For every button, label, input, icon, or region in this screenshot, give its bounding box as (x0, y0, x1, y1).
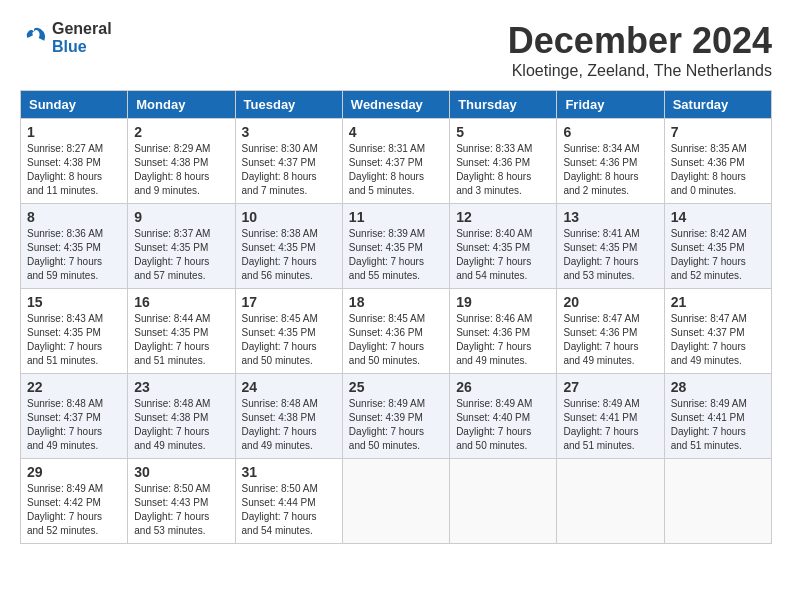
weekday-header: Saturday (664, 91, 771, 119)
calendar-cell: 14Sunrise: 8:42 AMSunset: 4:35 PMDayligh… (664, 204, 771, 289)
day-info: Sunrise: 8:36 AMSunset: 4:35 PMDaylight:… (27, 227, 121, 283)
day-number: 6 (563, 124, 657, 140)
day-number: 31 (242, 464, 336, 480)
logo: General Blue (20, 20, 112, 55)
day-info: Sunrise: 8:49 AMSunset: 4:40 PMDaylight:… (456, 397, 550, 453)
day-info: Sunrise: 8:48 AMSunset: 4:38 PMDaylight:… (134, 397, 228, 453)
day-info: Sunrise: 8:31 AMSunset: 4:37 PMDaylight:… (349, 142, 443, 198)
day-info: Sunrise: 8:46 AMSunset: 4:36 PMDaylight:… (456, 312, 550, 368)
logo-blue: Blue (52, 38, 112, 56)
day-info: Sunrise: 8:44 AMSunset: 4:35 PMDaylight:… (134, 312, 228, 368)
day-number: 25 (349, 379, 443, 395)
day-number: 22 (27, 379, 121, 395)
day-number: 23 (134, 379, 228, 395)
logo-icon (20, 24, 48, 52)
day-number: 28 (671, 379, 765, 395)
day-number: 4 (349, 124, 443, 140)
calendar-table: SundayMondayTuesdayWednesdayThursdayFrid… (20, 90, 772, 544)
calendar-cell: 4Sunrise: 8:31 AMSunset: 4:37 PMDaylight… (342, 119, 449, 204)
calendar-cell: 5Sunrise: 8:33 AMSunset: 4:36 PMDaylight… (450, 119, 557, 204)
day-info: Sunrise: 8:29 AMSunset: 4:38 PMDaylight:… (134, 142, 228, 198)
day-info: Sunrise: 8:50 AMSunset: 4:44 PMDaylight:… (242, 482, 336, 538)
day-number: 14 (671, 209, 765, 225)
calendar-cell: 17Sunrise: 8:45 AMSunset: 4:35 PMDayligh… (235, 289, 342, 374)
day-info: Sunrise: 8:49 AMSunset: 4:39 PMDaylight:… (349, 397, 443, 453)
day-info: Sunrise: 8:38 AMSunset: 4:35 PMDaylight:… (242, 227, 336, 283)
calendar-cell: 21Sunrise: 8:47 AMSunset: 4:37 PMDayligh… (664, 289, 771, 374)
day-info: Sunrise: 8:33 AMSunset: 4:36 PMDaylight:… (456, 142, 550, 198)
calendar-week-row: 22Sunrise: 8:48 AMSunset: 4:37 PMDayligh… (21, 374, 772, 459)
day-info: Sunrise: 8:34 AMSunset: 4:36 PMDaylight:… (563, 142, 657, 198)
day-info: Sunrise: 8:48 AMSunset: 4:37 PMDaylight:… (27, 397, 121, 453)
day-number: 13 (563, 209, 657, 225)
calendar-cell: 24Sunrise: 8:48 AMSunset: 4:38 PMDayligh… (235, 374, 342, 459)
calendar-cell: 6Sunrise: 8:34 AMSunset: 4:36 PMDaylight… (557, 119, 664, 204)
weekday-header: Friday (557, 91, 664, 119)
day-number: 21 (671, 294, 765, 310)
day-number: 7 (671, 124, 765, 140)
day-number: 27 (563, 379, 657, 395)
weekday-header: Monday (128, 91, 235, 119)
day-info: Sunrise: 8:49 AMSunset: 4:41 PMDaylight:… (563, 397, 657, 453)
calendar-cell: 11Sunrise: 8:39 AMSunset: 4:35 PMDayligh… (342, 204, 449, 289)
calendar-cell: 22Sunrise: 8:48 AMSunset: 4:37 PMDayligh… (21, 374, 128, 459)
day-number: 9 (134, 209, 228, 225)
logo-text: General Blue (52, 20, 112, 55)
page-header: General Blue December 2024 Kloetinge, Ze… (20, 20, 772, 80)
calendar-cell: 31Sunrise: 8:50 AMSunset: 4:44 PMDayligh… (235, 459, 342, 544)
logo-general: General (52, 20, 112, 38)
day-info: Sunrise: 8:40 AMSunset: 4:35 PMDaylight:… (456, 227, 550, 283)
calendar-cell: 23Sunrise: 8:48 AMSunset: 4:38 PMDayligh… (128, 374, 235, 459)
calendar-cell: 15Sunrise: 8:43 AMSunset: 4:35 PMDayligh… (21, 289, 128, 374)
weekday-header: Wednesday (342, 91, 449, 119)
day-number: 12 (456, 209, 550, 225)
day-number: 16 (134, 294, 228, 310)
day-number: 29 (27, 464, 121, 480)
weekday-header-row: SundayMondayTuesdayWednesdayThursdayFrid… (21, 91, 772, 119)
calendar-cell: 26Sunrise: 8:49 AMSunset: 4:40 PMDayligh… (450, 374, 557, 459)
day-info: Sunrise: 8:41 AMSunset: 4:35 PMDaylight:… (563, 227, 657, 283)
day-number: 26 (456, 379, 550, 395)
day-number: 18 (349, 294, 443, 310)
calendar-cell: 19Sunrise: 8:46 AMSunset: 4:36 PMDayligh… (450, 289, 557, 374)
day-number: 5 (456, 124, 550, 140)
weekday-header: Sunday (21, 91, 128, 119)
calendar-week-row: 1Sunrise: 8:27 AMSunset: 4:38 PMDaylight… (21, 119, 772, 204)
calendar-cell: 30Sunrise: 8:50 AMSunset: 4:43 PMDayligh… (128, 459, 235, 544)
day-number: 17 (242, 294, 336, 310)
location-subtitle: Kloetinge, Zeeland, The Netherlands (508, 62, 772, 80)
day-info: Sunrise: 8:42 AMSunset: 4:35 PMDaylight:… (671, 227, 765, 283)
calendar-cell: 25Sunrise: 8:49 AMSunset: 4:39 PMDayligh… (342, 374, 449, 459)
calendar-cell: 2Sunrise: 8:29 AMSunset: 4:38 PMDaylight… (128, 119, 235, 204)
calendar-cell: 8Sunrise: 8:36 AMSunset: 4:35 PMDaylight… (21, 204, 128, 289)
day-number: 1 (27, 124, 121, 140)
calendar-cell: 13Sunrise: 8:41 AMSunset: 4:35 PMDayligh… (557, 204, 664, 289)
calendar-cell: 3Sunrise: 8:30 AMSunset: 4:37 PMDaylight… (235, 119, 342, 204)
calendar-cell: 16Sunrise: 8:44 AMSunset: 4:35 PMDayligh… (128, 289, 235, 374)
day-info: Sunrise: 8:27 AMSunset: 4:38 PMDaylight:… (27, 142, 121, 198)
calendar-cell: 28Sunrise: 8:49 AMSunset: 4:41 PMDayligh… (664, 374, 771, 459)
calendar-cell: 18Sunrise: 8:45 AMSunset: 4:36 PMDayligh… (342, 289, 449, 374)
day-number: 20 (563, 294, 657, 310)
calendar-cell: 27Sunrise: 8:49 AMSunset: 4:41 PMDayligh… (557, 374, 664, 459)
calendar-week-row: 15Sunrise: 8:43 AMSunset: 4:35 PMDayligh… (21, 289, 772, 374)
day-number: 24 (242, 379, 336, 395)
calendar-cell: 29Sunrise: 8:49 AMSunset: 4:42 PMDayligh… (21, 459, 128, 544)
weekday-header: Tuesday (235, 91, 342, 119)
weekday-header: Thursday (450, 91, 557, 119)
day-number: 2 (134, 124, 228, 140)
calendar-cell: 9Sunrise: 8:37 AMSunset: 4:35 PMDaylight… (128, 204, 235, 289)
calendar-cell (450, 459, 557, 544)
calendar-cell: 7Sunrise: 8:35 AMSunset: 4:36 PMDaylight… (664, 119, 771, 204)
day-number: 19 (456, 294, 550, 310)
calendar-cell (557, 459, 664, 544)
calendar-cell (342, 459, 449, 544)
day-number: 30 (134, 464, 228, 480)
day-info: Sunrise: 8:30 AMSunset: 4:37 PMDaylight:… (242, 142, 336, 198)
day-number: 11 (349, 209, 443, 225)
calendar-cell: 20Sunrise: 8:47 AMSunset: 4:36 PMDayligh… (557, 289, 664, 374)
day-info: Sunrise: 8:35 AMSunset: 4:36 PMDaylight:… (671, 142, 765, 198)
day-info: Sunrise: 8:39 AMSunset: 4:35 PMDaylight:… (349, 227, 443, 283)
day-info: Sunrise: 8:49 AMSunset: 4:42 PMDaylight:… (27, 482, 121, 538)
day-info: Sunrise: 8:50 AMSunset: 4:43 PMDaylight:… (134, 482, 228, 538)
